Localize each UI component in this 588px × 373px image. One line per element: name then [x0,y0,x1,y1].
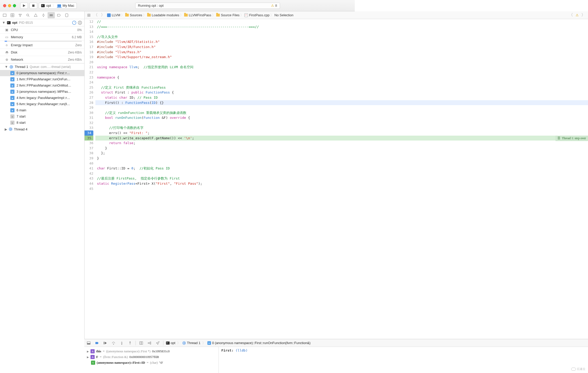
code-line[interactable]: bool runOnFunction(Function &F) override… [95,115,355,120]
code-line[interactable]: #include "llvm/IR/Function.h" [95,44,355,50]
code-line[interactable]: //最后注册 FirstPass, 指定命令行参数为 First [95,176,355,181]
find-nav-tab[interactable] [24,12,32,18]
code-line[interactable]: struct First : public FunctionPass { [95,90,355,95]
activity-status[interactable]: Running opt : opt ⚠ 8 [135,3,280,9]
network-metric[interactable]: ⊕Network Zero KB/s [0,56,84,63]
stop-button[interactable] [29,3,37,9]
code-line[interactable]: //定义 runOnFunction 重载继承父类的抽象虚函数 [95,110,355,115]
breadcrumb-item[interactable]: Sources [125,13,142,17]
run-button[interactable] [20,3,28,9]
stack-frame[interactable]: ▸3 (anonymous namespace)::MPPas… [0,89,84,95]
code-line[interactable]: //===-----------------------------------… [95,24,355,29]
code-line[interactable]: } [95,146,355,151]
code-line[interactable]: #include "llvm/ADT/Statistic.h" [95,39,355,44]
terminal-icon [41,4,45,7]
code-line[interactable]: errs().write_escaped(F.getName()) << '\n… [95,136,355,141]
svg-rect-1 [3,14,6,17]
zoom-window-button[interactable] [13,4,16,7]
code-line[interactable]: return false; [95,141,355,146]
stack-frame[interactable]: ▸0 (anonymous namespace)::First::r… [0,70,84,76]
project-nav-tab[interactable] [1,12,8,18]
code-line[interactable]: First() : FunctionPass(ID) {} [95,100,355,105]
breadcrumb-item[interactable]: Source Files [216,13,239,17]
window-controls [3,4,16,7]
debug-nav-tab[interactable] [48,12,55,18]
gauge-icon[interactable] [72,20,77,25]
svg-rect-12 [65,14,68,17]
stack-frame[interactable]: ▸5 llvm::legacy::PassManager::run(ll… [0,101,84,107]
editor-area: ⊞ 〈 〉 LLVM〉Sources〉Loadable modules〉LLVM… [84,11,355,225]
mac-icon [57,4,61,7]
code-line[interactable] [95,171,355,176]
svg-line-14 [74,22,75,23]
code-line[interactable] [95,120,355,126]
breadcrumb-item[interactable]: LLVM [107,13,120,17]
code-line[interactable]: // [95,19,355,24]
columns-icon[interactable] [78,20,82,25]
code-line[interactable] [95,29,355,34]
frame-badge-icon: ▸ [10,71,14,75]
process-header[interactable]: ▼ opt PID 6515 [0,19,84,26]
test-nav-tab[interactable] [40,12,47,18]
code-editor[interactable]: 1213141516171819202122232425262728293031… [85,19,355,225]
stack-frame[interactable]: ▸4 llvm::legacy::PassManagerImpl::r… [0,95,84,101]
thread-1-header[interactable]: ▼ Thread 1 Queue: com.…-thread (serial) [0,63,84,70]
code-line[interactable]: static char ID; // Pass ID [95,95,355,100]
code-line[interactable]: char First::ID = 0; //初始化 Pass ID [95,166,355,171]
cpu-metric[interactable]: ▣CPU 0% [0,26,84,34]
code-line[interactable]: }; [95,151,355,156]
code-line[interactable]: //定义 First 类继承自 FunctionPass [95,85,355,90]
code-line[interactable] [95,70,355,75]
code-line[interactable]: static RegisterPass<First> X("First", "F… [95,181,355,186]
forward-button[interactable]: 〉 [100,12,106,18]
breadcrumb-item[interactable]: FirstPass.cpp [244,13,269,17]
navigator-tabs [0,11,84,19]
back-button[interactable]: 〈 [93,12,99,18]
breadcrumb-item[interactable]: Loadable modules [147,13,179,17]
pid-label: PID 6515 [19,21,33,25]
report-nav-tab[interactable] [63,12,70,18]
code-line[interactable]: using namespace llvm; //指定所使用的 LLVM 命名空间 [95,65,355,70]
code-line[interactable]: errs() << "First: "; [95,130,355,136]
frame-badge-icon: ▸ [10,83,14,88]
stack-frame[interactable]: ▸2 llvm::FPPassManager::runOnMod… [0,82,84,89]
issue-nav-tab[interactable] [32,12,39,18]
code-line[interactable]: #include "llvm/Pass.h" [95,50,355,55]
stack-frame[interactable]: ▸1 llvm::FPPassManager::runOnFun… [0,76,84,82]
stack-frame[interactable]: ▸6 main [0,107,84,113]
scheme-name: opt [46,4,51,7]
warning-count: 8 [275,4,277,7]
code-line[interactable] [95,60,355,65]
energy-metric[interactable]: ⌾Energy Impact Zero [0,42,84,49]
code-line[interactable]: #include "llvm/Support/raw_ostream.h" [95,55,355,60]
folder-icon [184,14,188,17]
code-line[interactable]: //导入头文件 [95,34,355,40]
disk-metric[interactable]: ◓Disk Zero KB/s [0,49,84,56]
warnings-badge[interactable]: ⚠ 8 [271,4,277,7]
energy-icon: ⌾ [5,43,9,47]
frame-badge-icon: ▸ [10,114,14,119]
breadcrumb-item[interactable]: No Selection [274,13,293,17]
scheme-selector[interactable]: opt 〉 My Mac [39,3,77,9]
memory-metric[interactable]: ▭Memory 6.2 MB [0,34,84,41]
thread-4-header[interactable]: ▶ Thread 4 [0,126,84,133]
breadcrumb-item[interactable]: LLVMFirstPass [184,13,211,17]
close-window-button[interactable] [3,4,6,7]
warning-icon: ⚠ [271,4,274,7]
stack-frame[interactable]: ▸7 start [0,113,84,120]
code-line[interactable] [95,161,355,166]
jump-bar: ⊞ 〈 〉 LLVM〉Sources〉Loadable modules〉LLVM… [85,11,355,19]
stack-frame[interactable]: ▸8 start [0,120,84,126]
related-items-button[interactable]: ⊞ [86,13,92,18]
code-line[interactable]: namespace { [95,75,355,80]
symbol-nav-tab[interactable] [17,12,24,18]
code-line[interactable] [95,186,355,191]
breakpoint-nav-tab[interactable] [55,12,63,18]
frame-badge-icon: ▸ [10,90,14,94]
source-nav-tab[interactable] [9,12,16,18]
code-line[interactable]: //打印每个函数的名字 [95,125,355,130]
code-line[interactable] [95,80,355,85]
code-line[interactable] [95,105,355,110]
code-line[interactable]: } [95,156,355,161]
minimize-window-button[interactable] [8,4,11,7]
